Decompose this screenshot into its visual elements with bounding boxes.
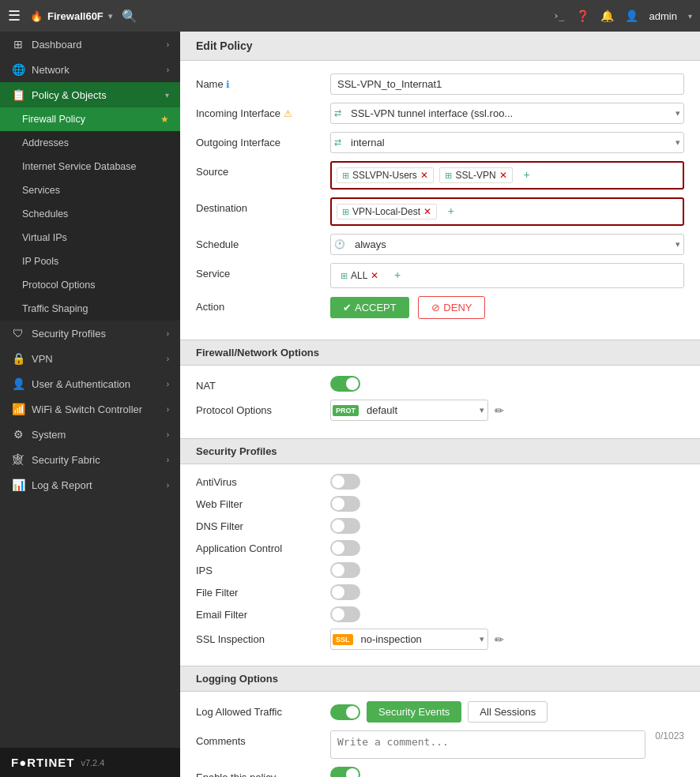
help-icon[interactable]: ❓ [576, 9, 589, 22]
protocol-badge: PROT [333, 405, 359, 416]
vpn-local-remove-icon[interactable]: ✕ [423, 206, 431, 217]
email-filter-toggle[interactable] [330, 606, 360, 622]
sidebar-item-internet-service[interactable]: Internet Service Database [0, 155, 180, 178]
sidebar-label-services: Services [22, 185, 169, 196]
enable-policy-label: Enable this policy [196, 767, 330, 777]
source-tag-sslvpn-users[interactable]: ⊞ SSLVPN-Users ✕ [337, 167, 434, 183]
protocol-control: PROT default ▾ ✏ [330, 400, 684, 421]
web-filter-toggle[interactable] [330, 496, 360, 512]
destination-add-icon[interactable]: + [442, 203, 461, 219]
ssl-vpn-label: SSL-VPN [455, 170, 495, 181]
name-info-icon[interactable]: ℹ [226, 79, 230, 90]
source-tag-ssl-vpn[interactable]: ⊞ SSL-VPN ✕ [439, 167, 512, 183]
ssl-edit-icon[interactable]: ✏ [495, 633, 504, 646]
terminal-icon[interactable]: ›_ [553, 10, 564, 21]
sidebar-label-virtual-ips: Virtual IPs [22, 232, 169, 243]
all-sessions-button[interactable]: All Sessions [468, 701, 548, 723]
sidebar-item-policy[interactable]: 📋 Policy & Objects ▾ [0, 82, 180, 107]
sidebar-item-addresses[interactable]: Addresses [0, 131, 180, 155]
service-all-remove-icon[interactable]: ✕ [371, 270, 378, 281]
schedule-chevron-icon: ▾ [672, 239, 683, 250]
log-traffic-row: Log Allowed Traffic Security Events All … [196, 701, 684, 723]
incoming-interface-select[interactable]: SSL-VPN tunnel interface (ssl.roo... [344, 103, 672, 123]
sidebar-label-user-auth: User & Authentication [32, 378, 160, 390]
service-add-icon[interactable]: + [388, 267, 407, 283]
nat-toggle[interactable] [330, 376, 360, 392]
sidebar-item-security-fabric[interactable]: 🕸 Security Fabric › [0, 447, 180, 472]
incoming-select-wrapper[interactable]: ⇄ SSL-VPN tunnel interface (ssl.roo... ▾ [330, 103, 684, 124]
security-events-button[interactable]: Security Events [367, 701, 461, 723]
sidebar-item-vpn[interactable]: 🔒 VPN › [0, 346, 180, 371]
device-selector[interactable]: 🔥 Firewall60F ▾ [30, 10, 112, 22]
wifi-arrow-icon: › [167, 405, 169, 414]
schedule-select[interactable]: always [348, 235, 672, 254]
source-add-icon[interactable]: + [517, 167, 536, 182]
user-auth-icon: 👤 [11, 377, 25, 390]
deny-button[interactable]: ⊘ DENY [418, 296, 485, 319]
firewall-policy-star-icon: ★ [160, 114, 169, 125]
admin-label[interactable]: admin [649, 10, 677, 22]
sidebar-item-wifi-switch[interactable]: 📶 WiFi & Switch Controller › [0, 396, 180, 422]
sidebar-item-user-auth[interactable]: 👤 User & Authentication › [0, 371, 180, 396]
security-profiles-section-header: Security Profiles [180, 438, 700, 464]
ssl-vpn-remove-icon[interactable]: ✕ [499, 170, 507, 181]
sidebar-item-traffic-shaping[interactable]: Traffic Shaping [0, 297, 180, 321]
vpn-local-label: VPN-Local-Dest [352, 206, 420, 217]
destination-tag-box[interactable]: ⊞ VPN-Local-Dest ✕ + [330, 197, 684, 226]
schedule-select-wrapper[interactable]: 🕐 always ▾ [330, 234, 684, 255]
protocol-select[interactable]: default [360, 400, 476, 420]
accept-button[interactable]: ✔ ACCEPT [330, 297, 409, 318]
ssl-inspection-select[interactable]: no-inspection [355, 629, 476, 649]
deny-circle-icon: ⊘ [431, 302, 440, 313]
sidebar-label-policy: Policy & Objects [32, 89, 159, 101]
sidebar-item-schedules[interactable]: Schedules [0, 202, 180, 226]
sidebar-item-log-report[interactable]: 📊 Log & Report › [0, 472, 180, 497]
sidebar-item-system[interactable]: ⚙ System › [0, 422, 180, 447]
service-all-icon: ⊞ [341, 271, 348, 281]
bell-icon[interactable]: 🔔 [600, 9, 614, 22]
protocol-edit-icon[interactable]: ✏ [495, 404, 504, 417]
sidebar-item-services[interactable]: Services [0, 178, 180, 202]
dns-filter-toggle[interactable] [330, 518, 360, 534]
sidebar-item-dashboard[interactable]: ⊞ Dashboard › [0, 32, 180, 57]
enable-policy-toggle[interactable] [330, 767, 360, 777]
name-input[interactable] [330, 73, 684, 95]
name-control [330, 73, 684, 95]
sidebar-item-virtual-ips[interactable]: Virtual IPs [0, 226, 180, 250]
sidebar-item-firewall-policy[interactable]: Firewall Policy ★ [0, 107, 180, 131]
ssl-vpn-icon: ⊞ [445, 171, 452, 181]
comments-textarea[interactable] [330, 730, 645, 759]
antivirus-toggle[interactable] [330, 474, 360, 490]
content-area: Edit Policy Name ℹ Incoming Interface ⚠ [180, 32, 700, 777]
network-options-section-header: Firewall/Network Options [180, 340, 700, 366]
incoming-warn-icon: ⚠ [284, 108, 292, 119]
outgoing-select-wrapper[interactable]: ⇄ internal ▾ [330, 132, 684, 153]
ssl-select-wrapper[interactable]: SSL no-inspection ▾ [330, 629, 488, 650]
sslvpn-users-remove-icon[interactable]: ✕ [420, 170, 428, 181]
hamburger-icon[interactable]: ☰ [8, 7, 21, 24]
source-tag-box[interactable]: ⊞ SSLVPN-Users ✕ ⊞ SSL-VPN ✕ + [330, 161, 684, 190]
incoming-control: ⇄ SSL-VPN tunnel interface (ssl.roo... ▾ [330, 103, 684, 124]
source-label: Source [196, 161, 330, 178]
sidebar-item-ip-pools[interactable]: IP Pools [0, 250, 180, 273]
sidebar-item-protocol-options[interactable]: Protocol Options [0, 273, 180, 297]
main-layout: ⊞ Dashboard › 🌐 Network › 📋 Policy & Obj… [0, 32, 700, 777]
sidebar-item-network[interactable]: 🌐 Network › [0, 57, 180, 82]
comments-row: Comments 0/1023 [196, 730, 684, 759]
destination-tag-vpn-local[interactable]: ⊞ VPN-Local-Dest ✕ [337, 204, 437, 220]
security-profiles-arrow-icon: › [167, 329, 169, 338]
outgoing-interface-select[interactable]: internal [344, 133, 672, 152]
sidebar-label-ip-pools: IP Pools [22, 256, 169, 267]
file-filter-toggle[interactable] [330, 584, 360, 600]
enable-policy-row: Enable this policy [196, 767, 684, 777]
protocol-select-wrapper[interactable]: PROT default ▾ [330, 400, 488, 421]
comments-control: 0/1023 [330, 730, 684, 759]
app-control-toggle[interactable] [330, 540, 360, 556]
service-tag-all[interactable]: ⊞ ALL ✕ [336, 268, 383, 283]
ips-toggle[interactable] [330, 562, 360, 578]
log-traffic-toggle[interactable] [330, 704, 360, 720]
incoming-interface-icon: ⇄ [331, 108, 344, 118]
sidebar-item-security-profiles[interactable]: 🛡 Security Profiles › [0, 321, 180, 346]
search-icon[interactable]: 🔍 [122, 9, 137, 24]
sidebar-label-wifi-switch: WiFi & Switch Controller [32, 404, 160, 415]
